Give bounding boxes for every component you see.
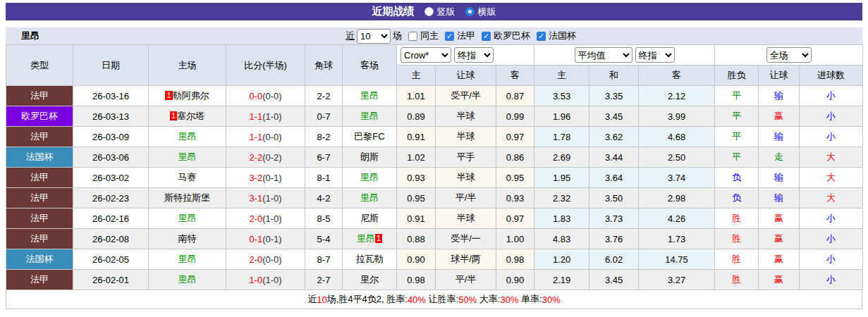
handicap-result-cell: 赢 — [759, 229, 800, 249]
away-team-cell: 里昂 — [343, 106, 397, 127]
radio-checked-icon — [465, 7, 475, 16]
ah-away-odds-cell: 0.97 — [496, 127, 534, 147]
near-link[interactable]: 近 — [346, 30, 355, 42]
away-team-name: 里昂 — [360, 90, 379, 101]
ah-line-cell: 受半/一 — [436, 229, 496, 249]
home-team-cell: 里昂 — [149, 209, 226, 229]
eu-away-odds-cell: 14.75 — [639, 249, 715, 270]
ah-home-odds-cell: 0.91 — [397, 209, 436, 229]
goals-result-cell: 小 — [800, 106, 863, 127]
summary-footer: 近10场,胜4平4负2, 胜率:40% 让胜率:50% 大率:30% 单率:30… — [6, 290, 862, 309]
eu-home-odds-cell: 3.53 — [534, 86, 589, 106]
eu-away-odds-cell: 2.50 — [639, 147, 715, 168]
filter-bar: 里昂 近 10 场 同主 ✓ 法甲 ✓ 欧罗巴杯 ✓ 法国杯 — [6, 27, 862, 44]
rank-badge: 1 — [375, 234, 382, 243]
corner-cell: 4-2 — [305, 188, 343, 209]
vertical-layout-label: 竖版 — [437, 6, 456, 18]
home-team-cell: 斯特拉斯堡 — [149, 188, 226, 209]
result-cell: 平 — [715, 147, 759, 168]
away-team-name: 拉瓦勒 — [356, 254, 384, 264]
eu-home-odds-cell: 1.78 — [534, 127, 589, 147]
home-team-name: 勒阿弗尔 — [173, 90, 209, 101]
league-filter-ligue1-label: 法甲 — [457, 30, 475, 42]
goals-result-cell: 小 — [800, 209, 863, 229]
away-team-cell: 尼斯 — [343, 209, 397, 229]
match-count-select[interactable]: 10 — [357, 29, 391, 44]
bookmaker-select[interactable]: Crow* — [401, 47, 451, 63]
goals-result-cell: 小 — [800, 229, 863, 249]
league-filter-ligue1-checkbox[interactable]: ✓ — [445, 32, 454, 41]
fulltime-score: 3-2 — [249, 173, 262, 183]
goals-result-cell: 小 — [800, 270, 863, 290]
league-type-cell: 法甲 — [6, 270, 73, 290]
col-header-ah-home: 主 — [397, 66, 436, 86]
eu-draw-odds-cell: 3.44 — [589, 147, 639, 168]
euro-stage-select[interactable]: 终指 — [635, 47, 675, 63]
team-name: 里昂 — [21, 30, 39, 42]
eu-home-odds-cell: 1.96 — [534, 106, 589, 127]
eu-draw-odds-cell: 3.45 — [589, 106, 639, 127]
spacer — [6, 20, 862, 27]
league-filter-coupe-checkbox[interactable]: ✓ — [537, 32, 546, 41]
summary-text: 单率: — [518, 293, 542, 306]
league-type-cell: 法甲 — [6, 127, 73, 147]
col-header-home: 主场 — [149, 45, 226, 86]
away-team-cell: 里尔 — [343, 270, 397, 290]
eu-draw-odds-cell: 6.02 — [589, 249, 639, 270]
goals-result-cell: 大 — [800, 147, 863, 168]
ah-line-cell: 平/半 — [436, 270, 496, 290]
away-team-name: 里尔 — [360, 274, 379, 285]
away-team-cell: 朗斯 — [343, 147, 397, 168]
fulltime-score: 1-0 — [249, 275, 262, 285]
col-header-eu-draw: 和 — [589, 66, 639, 86]
goals-result-cell: 小 — [800, 127, 863, 147]
col-header-score: 比分(半场) — [226, 45, 305, 86]
ah-home-odds-cell: 0.98 — [397, 270, 436, 290]
date-cell: 26-02-16 — [73, 209, 149, 229]
table-row: 法甲 26-02-01 里昂 1-0(1-0) 2-7 里尔 0.98 平/半 … — [6, 270, 863, 290]
vertical-layout-radio[interactable]: 竖版 — [424, 6, 456, 18]
ah-away-odds-cell: 1.00 — [496, 229, 534, 249]
radio-unchecked-icon — [424, 7, 434, 16]
eu-away-odds-cell: 3.99 — [639, 106, 715, 127]
eu-home-odds-cell: 4.83 — [534, 229, 589, 249]
score-cell: 2-0(1-0) — [226, 209, 305, 229]
euro-average-select[interactable]: 平均值 — [575, 47, 632, 63]
result-cell: 胜 — [715, 229, 759, 249]
score-cell: 2-0(0-0) — [226, 249, 305, 270]
home-team-cell: 马赛 — [149, 168, 226, 188]
summary-text: 大率: — [477, 293, 500, 306]
ah-away-odds-cell: 0.90 — [496, 270, 534, 290]
corner-cell: 5-4 — [305, 229, 343, 249]
halftime-score: (1-0) — [262, 193, 281, 204]
away-team-name: 尼斯 — [360, 213, 379, 223]
ah-home-odds-cell: 0.90 — [397, 249, 436, 270]
corner-cell: 0-7 — [305, 106, 343, 127]
eu-draw-odds-cell: 3.35 — [589, 86, 639, 106]
eu-away-odds-cell: 3.74 — [639, 168, 715, 188]
halftime-score: (0-0) — [262, 254, 281, 265]
away-team-name: 里昂 — [360, 172, 379, 182]
corner-cell: 2-2 — [305, 86, 343, 106]
scope-select[interactable]: 全场 — [766, 47, 812, 63]
league-filter-europa-checkbox[interactable]: ✓ — [482, 32, 491, 41]
bookmaker-stage-select[interactable]: 终指 — [454, 47, 494, 63]
eu-home-odds-cell: 2.19 — [534, 270, 589, 290]
result-cell: 胜 — [715, 249, 759, 270]
score-cell: 0-1(0-1) — [226, 229, 305, 249]
summary-text: 10 — [317, 294, 326, 305]
handicap-odds-header: Crow*终指 — [397, 45, 534, 66]
ah-line-cell: 半球 — [436, 127, 496, 147]
away-team-cell: 里昂 — [343, 188, 397, 209]
halftime-score: (1-0) — [262, 213, 281, 224]
ah-away-odds-cell: 0.87 — [496, 86, 534, 106]
handicap-result-cell: 输 — [759, 86, 800, 106]
same-home-checkbox[interactable] — [408, 32, 417, 41]
corner-cell: 6-7 — [305, 147, 343, 168]
horizontal-layout-radio[interactable]: 横版 — [465, 6, 496, 18]
ah-away-odds-cell: 0.97 — [496, 209, 534, 229]
fulltime-score: 0-0 — [249, 91, 262, 101]
goals-result-cell: 小 — [800, 86, 863, 106]
ah-home-odds-cell: 1.01 — [397, 86, 436, 106]
table-row: 法国杯 26-03-06 里昂 2-2(0-2) 6-7 朗斯 1.02 平手 … — [6, 147, 863, 168]
